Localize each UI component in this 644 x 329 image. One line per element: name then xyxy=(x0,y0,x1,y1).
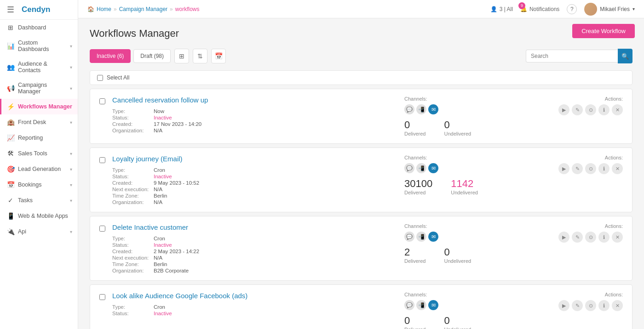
type-label: Type: xyxy=(112,304,154,310)
timezone-label: Time Zone: xyxy=(112,261,154,267)
org-value: N/A xyxy=(154,199,397,205)
delete-button[interactable]: ✕ xyxy=(612,163,623,174)
edit-button[interactable]: ✎ xyxy=(572,104,583,115)
info-button[interactable]: ℹ xyxy=(598,232,610,243)
user-profile[interactable]: Mikael Fries ▾ xyxy=(584,3,635,16)
search-button[interactable]: 🔍 xyxy=(618,49,632,63)
sort-button[interactable]: ⇅ xyxy=(193,49,207,63)
card-meta: Type: Cron Status: Inactive Created:2 Ma… xyxy=(112,236,397,273)
sidebar-item-label: Reporting xyxy=(18,135,43,141)
chevron-icon: ▾ xyxy=(70,151,72,156)
card-checkbox[interactable] xyxy=(99,157,105,163)
main-content: 🏠 Home » Campaign Manager » workflows 👤 … xyxy=(78,0,644,329)
sidebar-item-reporting[interactable]: 📈 Reporting xyxy=(0,130,78,146)
channels-label: Channels: xyxy=(404,155,524,160)
info-button[interactable]: ℹ xyxy=(598,300,610,311)
type-value: Now xyxy=(154,108,397,114)
delete-button[interactable]: ✕ xyxy=(612,104,623,115)
delete-button[interactable]: ✕ xyxy=(612,300,623,311)
logo-area: ☰ Cendyn xyxy=(0,0,78,20)
channels-icons: 💬 📲 ✉ xyxy=(404,163,524,173)
breadcrumb-current: workflows xyxy=(175,6,200,12)
delivered-stat: 2 Delivered xyxy=(404,246,426,264)
sidebar-item-dashboard[interactable]: ⊞ Dashboard xyxy=(0,20,78,35)
sms-channel-icon: 💬 xyxy=(404,104,414,114)
card-title[interactable]: Loyalty journey (Email) xyxy=(112,155,397,163)
next-exec-label: Next execution: xyxy=(112,255,154,261)
help-btn[interactable]: ? xyxy=(567,4,577,14)
sidebar-item-label: Workflows Manager xyxy=(18,103,72,110)
tab-inactive[interactable]: Inactive (6) xyxy=(90,49,131,63)
grid-icon: ⊞ xyxy=(179,52,184,60)
email-channel-icon: ✉ xyxy=(428,163,438,173)
select-all-checkbox[interactable] xyxy=(97,75,103,81)
card-title[interactable]: Look alike Audience Google Facebook (ads… xyxy=(112,292,397,300)
bookings-nav-icon: 📅 xyxy=(7,181,14,188)
sidebar-item-web-mobile-apps[interactable]: 📱 Web & Mobile Apps xyxy=(0,208,78,224)
web-mobile-apps-nav-icon: 📱 xyxy=(7,212,14,220)
sidebar-item-label: Lead Generation xyxy=(18,166,61,172)
chevron-icon: ▾ xyxy=(70,198,72,203)
type-label: Type: xyxy=(112,236,154,241)
play-button[interactable]: ▶ xyxy=(558,300,569,311)
sidebar-item-custom-dashboards[interactable]: 📊 Custom Dashboards ▾ xyxy=(0,35,78,57)
copy-button[interactable]: ⊙ xyxy=(585,232,596,243)
delivered-stat: 30100 Delivered xyxy=(404,178,432,195)
sidebar-item-sales-tools[interactable]: 🛠 Sales Tools ▾ xyxy=(0,146,78,161)
page-content: Workflows Manager Create Workflow Inacti… xyxy=(78,18,644,329)
created-label: Created: xyxy=(112,121,154,127)
toolbar: Inactive (6)Draft (98) ⊞ ⇅ 📅 🔍 xyxy=(90,49,632,63)
sidebar-item-tasks[interactable]: ✓ Tasks ▾ xyxy=(0,193,78,208)
card-title[interactable]: Delete Inactive customer xyxy=(112,223,397,231)
search-input[interactable] xyxy=(526,50,618,62)
tab-draft[interactable]: Draft (98) xyxy=(133,49,171,63)
create-workflow-button[interactable]: Create Workflow xyxy=(572,24,635,38)
sidebar-item-front-desk[interactable]: 🏨 Front Desk ▾ xyxy=(0,114,78,130)
undelivered-label: Undelivered xyxy=(444,258,471,264)
type-label: Type: xyxy=(112,108,154,114)
play-button[interactable]: ▶ xyxy=(558,232,569,243)
edit-button[interactable]: ✎ xyxy=(572,300,583,311)
sidebar-item-campaigns-manager[interactable]: 📢 Campaigns Manager ▾ xyxy=(0,78,78,99)
breadcrumb-campaign-manager[interactable]: Campaign Manager xyxy=(119,6,167,12)
undelivered-label: Undelivered xyxy=(444,327,471,329)
search-area: 🔍 xyxy=(526,49,632,63)
sidebar-item-lead-generation[interactable]: 🎯 Lead Generation ▾ xyxy=(0,161,78,177)
breadcrumb-home[interactable]: Home xyxy=(97,6,111,12)
edit-button[interactable]: ✎ xyxy=(572,163,583,174)
copy-button[interactable]: ⊙ xyxy=(585,300,596,311)
play-button[interactable]: ▶ xyxy=(558,104,569,115)
chevron-icon: ▾ xyxy=(70,229,72,234)
channels-section: Channels: 💬 📲 ✉ xyxy=(404,96,524,114)
users-count: 👤 3 | All xyxy=(490,6,513,12)
card-checkbox[interactable] xyxy=(99,294,105,300)
email-channel-icon: ✉ xyxy=(428,300,438,310)
card-meta: Type: Cron Status: Inactive xyxy=(112,304,397,316)
card-body: Delete Inactive customer Type: Cron Stat… xyxy=(112,223,397,273)
sidebar-item-audience-contacts[interactable]: 👥 Audience & Contacts ▾ xyxy=(0,57,78,78)
info-button[interactable]: ℹ xyxy=(598,163,610,174)
status-label: Status: xyxy=(112,115,154,120)
select-all-label[interactable]: Select All xyxy=(107,74,129,81)
created-value: 17 Nov 2023 - 14:20 xyxy=(154,121,397,127)
notifications-btn[interactable]: 9 🔔 Notifications xyxy=(520,6,559,12)
search-icon: 🔍 xyxy=(621,53,629,60)
view-grid-button[interactable]: ⊞ xyxy=(174,49,189,63)
hamburger-icon[interactable]: ☰ xyxy=(7,5,14,15)
push-channel-icon: 📲 xyxy=(416,163,426,173)
card-title[interactable]: Cancelled reservation follow up xyxy=(112,96,397,104)
card-checkbox[interactable] xyxy=(99,98,105,104)
edit-button[interactable]: ✎ xyxy=(572,232,583,243)
play-button[interactable]: ▶ xyxy=(558,163,569,174)
calendar-button[interactable]: 📅 xyxy=(211,49,226,63)
copy-button[interactable]: ⊙ xyxy=(585,163,596,174)
sidebar-item-bookings[interactable]: 📅 Bookings ▾ xyxy=(0,177,78,193)
copy-button[interactable]: ⊙ xyxy=(585,104,596,115)
delete-button[interactable]: ✕ xyxy=(612,232,623,243)
lead-generation-nav-icon: 🎯 xyxy=(7,165,14,173)
sidebar-item-api[interactable]: 🔌 Api ▾ xyxy=(0,224,78,239)
info-button[interactable]: ℹ xyxy=(598,104,610,115)
delivered-label: Delivered xyxy=(404,131,426,136)
sidebar-item-workflows-manager[interactable]: ⚡ Workflows Manager xyxy=(0,99,78,114)
card-checkbox[interactable] xyxy=(99,226,105,232)
